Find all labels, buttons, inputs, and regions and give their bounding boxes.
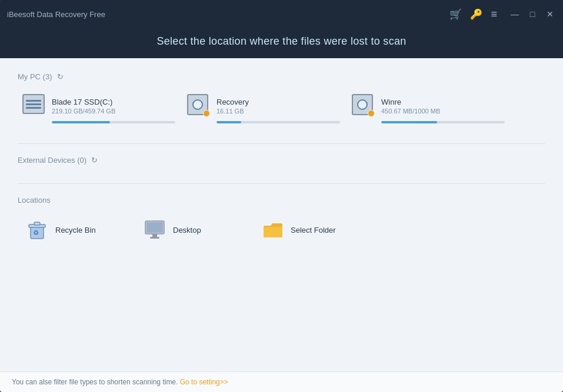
drive-progress-fill-ssd bbox=[52, 121, 110, 123]
header-band: Select the location where the files were… bbox=[0, 28, 563, 58]
header-title: Select the location where the files were… bbox=[156, 35, 406, 47]
bottom-bar: You can alse filter file types to shorte… bbox=[0, 371, 563, 392]
location-name-desktop: Desktop bbox=[173, 226, 201, 234]
key-icon[interactable]: 🔑 bbox=[470, 8, 482, 21]
recycle-bin-icon: ♻ bbox=[26, 219, 48, 241]
title-bar-right: 🛒 🔑 ≡ — □ ✕ bbox=[449, 8, 556, 21]
svg-rect-7 bbox=[150, 237, 159, 239]
drive-card-recovery[interactable]: Recovery 16.11 GB bbox=[182, 91, 347, 129]
drives-row: Blade 17 SSD(C:) 219.10 GB/459.74 GB bbox=[18, 91, 545, 129]
svg-rect-5 bbox=[146, 222, 163, 233]
folder-icon bbox=[261, 219, 284, 241]
location-name-recycle-bin: Recycle Bin bbox=[55, 226, 96, 234]
menu-icon[interactable]: ≡ bbox=[491, 8, 497, 21]
app-window: iBeesoft Data Recovery Free 🛒 🔑 ≡ — □ ✕ … bbox=[0, 0, 563, 392]
drive-progress-bar-winre bbox=[381, 121, 505, 123]
bottom-bar-text: You can alse filter file types to shorte… bbox=[12, 378, 178, 386]
my-pc-label: My PC (3) bbox=[18, 72, 52, 81]
minimize-button[interactable]: — bbox=[509, 10, 521, 18]
spacer-external bbox=[18, 174, 545, 183]
my-pc-refresh-icon[interactable]: ↻ bbox=[57, 72, 64, 81]
cart-icon[interactable]: 🛒 bbox=[449, 8, 462, 21]
drive-size-ssd: 219.10 GB/459.74 GB bbox=[52, 108, 175, 115]
section-divider-2 bbox=[18, 183, 545, 184]
close-button[interactable]: ✕ bbox=[544, 10, 556, 18]
drive-progress-fill-recovery bbox=[216, 121, 241, 123]
drive-info-recovery: Recovery 16.11 GB bbox=[216, 98, 340, 115]
drive-size-recovery: 16.11 GB bbox=[216, 108, 340, 115]
svg-rect-6 bbox=[152, 234, 157, 237]
svg-text:♻: ♻ bbox=[33, 229, 39, 236]
locations-label: Locations bbox=[18, 196, 51, 205]
title-bar: iBeesoft Data Recovery Free 🛒 🔑 ≡ — □ ✕ bbox=[0, 0, 563, 28]
drive-badge-winre bbox=[368, 110, 375, 117]
svg-rect-8 bbox=[264, 227, 282, 237]
drive-name-winre: Winre bbox=[381, 98, 505, 106]
drive-size-winre: 450.67 MB/1000 MB bbox=[381, 108, 505, 115]
external-devices-label: External Devices (0) bbox=[18, 156, 86, 165]
hdd-drive-icon-recovery bbox=[187, 94, 211, 118]
drive-card-winre[interactable]: Winre 450.67 MB/1000 MB bbox=[347, 91, 512, 129]
drive-progress-bar-recovery bbox=[216, 121, 340, 123]
section-divider-1 bbox=[18, 143, 545, 144]
title-bar-left: iBeesoft Data Recovery Free bbox=[7, 10, 105, 19]
window-controls: — □ ✕ bbox=[509, 10, 556, 18]
drive-info-winre: Winre 450.67 MB/1000 MB bbox=[381, 98, 505, 115]
location-name-select-folder: Select Folder bbox=[291, 226, 336, 234]
external-devices-section-label: External Devices (0) ↻ bbox=[18, 156, 545, 165]
svg-rect-2 bbox=[34, 222, 40, 225]
app-title: iBeesoft Data Recovery Free bbox=[7, 10, 105, 19]
drive-progress-fill-winre bbox=[381, 121, 437, 123]
drive-info-ssd: Blade 17 SSD(C:) 219.10 GB/459.74 GB bbox=[52, 98, 175, 115]
hdd-drive-icon-winre bbox=[352, 94, 375, 118]
drive-badge-recovery bbox=[203, 110, 210, 117]
my-pc-section-label: My PC (3) ↻ bbox=[18, 72, 545, 81]
go-to-setting-link[interactable]: Go to setting>> bbox=[180, 378, 228, 386]
external-devices-refresh-icon[interactable]: ↻ bbox=[91, 156, 98, 165]
location-card-recycle-bin[interactable]: ♻ Recycle Bin bbox=[18, 214, 124, 246]
desktop-icon bbox=[144, 219, 166, 241]
location-card-desktop[interactable]: Desktop bbox=[135, 214, 241, 246]
drive-card-ssd[interactable]: Blade 17 SSD(C:) 219.10 GB/459.74 GB bbox=[18, 91, 182, 129]
main-content: My PC (3) ↻ Blade 17 SSD(C:) 21 bbox=[0, 58, 563, 371]
locations-section-label: Locations bbox=[18, 196, 545, 205]
drive-name-ssd: Blade 17 SSD(C:) bbox=[52, 98, 175, 106]
location-card-select-folder[interactable]: Select Folder bbox=[253, 214, 359, 246]
drive-name-recovery: Recovery bbox=[216, 98, 340, 106]
drive-card-top-winre: Winre 450.67 MB/1000 MB bbox=[352, 94, 505, 118]
maximize-button[interactable]: □ bbox=[527, 10, 538, 18]
drive-progress-bar-ssd bbox=[52, 121, 175, 123]
drive-card-top-ssd: Blade 17 SSD(C:) 219.10 GB/459.74 GB bbox=[22, 94, 175, 118]
drive-card-top-recovery: Recovery 16.11 GB bbox=[187, 94, 340, 118]
locations-row: ♻ Recycle Bin Desktop bbox=[18, 214, 545, 246]
ssd-drive-icon bbox=[22, 94, 46, 118]
